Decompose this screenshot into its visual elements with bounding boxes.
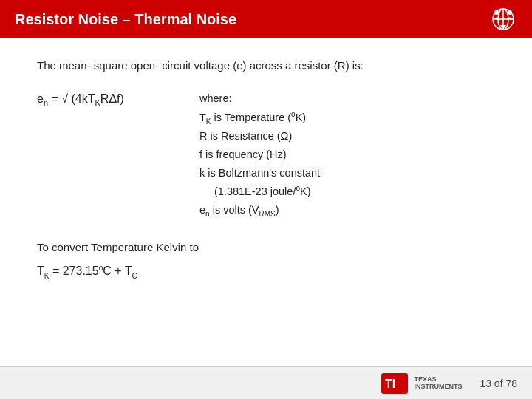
en-subscript: n [44, 98, 48, 107]
degree-k: o [291, 110, 296, 118]
where-k: k is Boltzmann's constant [200, 164, 320, 183]
ti-small-logo: TI [381, 373, 408, 394]
ti-logo-top [483, 3, 523, 35]
tk-subscript: K [95, 98, 100, 107]
rms-sub: RMS [259, 210, 276, 218]
tk-sub-formula: K [44, 271, 50, 279]
ti-logo-icon [483, 3, 523, 35]
where-block: where: TK is Temperature (oK) R is Resis… [200, 89, 320, 220]
where-tk: TK is Temperature (oK) [200, 108, 320, 128]
tc-sub: C [132, 271, 137, 279]
tk-formula: TK = 273.15oC + TC [37, 264, 495, 280]
svg-point-6 [508, 10, 512, 15]
ti-name-line2: INSTRUMENTS [414, 383, 462, 391]
ti-logo-bottom: TI TEXAS INSTRUMENTS 13 of 78 [381, 373, 517, 394]
convert-title: To convert Temperature Kelvin to [37, 241, 495, 253]
en-sub-where: n [205, 210, 210, 218]
svg-point-5 [494, 10, 499, 15]
where-en: en is volts (VRMS) [200, 201, 320, 220]
where-f: f is frequency (Hz) [200, 146, 320, 164]
tk-sub-where: K [206, 117, 211, 125]
formula-display: en = √ (4kTKRΔf) [37, 89, 170, 107]
main-content: The mean- square open- circuit voltage (… [0, 38, 532, 294]
subtitle: The mean- square open- circuit voltage (… [37, 59, 495, 72]
where-k-value: (1.381E-23 joule/oK) [200, 182, 320, 200]
slide: Resistor Noise – Thermal Noise The mean-… [0, 0, 532, 399]
where-label: where: [200, 89, 320, 108]
page-number: 13 of 78 [480, 378, 517, 389]
svg-text:TI: TI [385, 378, 395, 390]
formula-row: en = √ (4kTKRΔf) where: TK is Temperatur… [37, 89, 495, 220]
top-bar: Resistor Noise – Thermal Noise [0, 0, 532, 38]
slide-title: Resistor Noise – Thermal Noise [15, 11, 236, 28]
where-r: R is Resistance (Ω) [200, 127, 320, 146]
bottom-bar: TI TEXAS INSTRUMENTS 13 of 78 [0, 366, 532, 399]
degree-c: o [99, 264, 103, 272]
degree-k2: o [296, 184, 300, 192]
convert-section: To convert Temperature Kelvin to TK = 27… [37, 241, 495, 280]
